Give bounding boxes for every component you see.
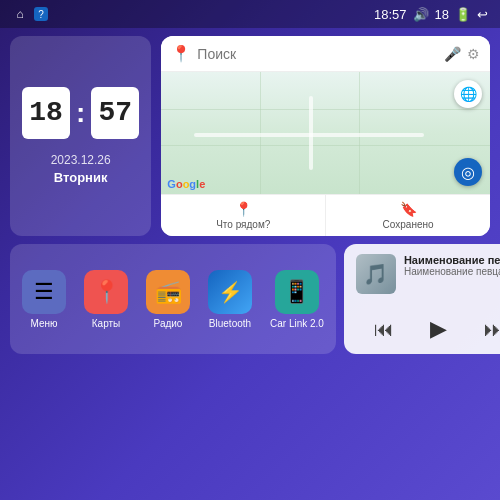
map-search-bar: 📍 🎤 ⚙ <box>161 36 490 72</box>
music-widget: 🎵 Наименование песни Наименование певца … <box>344 244 500 354</box>
map-search-input[interactable] <box>197 46 438 62</box>
clock-date: 2023.12.26 <box>51 151 111 170</box>
music-next-btn[interactable]: ⏭ <box>476 316 500 343</box>
music-prev-btn[interactable]: ⏮ <box>366 316 402 343</box>
map-widget: 📍 🎤 ⚙ 🌐 ◎ Goog <box>161 36 490 236</box>
maps-app-icon: 📍 <box>84 270 128 314</box>
app-item-radio[interactable]: 📻 Радио <box>146 270 190 329</box>
status-bar: ⌂ ? 18:57 🔊 18 🔋 ↩ <box>0 0 500 28</box>
battery-icon: 🔋 <box>455 7 471 22</box>
screen: ⌂ ? 18:57 🔊 18 🔋 ↩ 18 : 57 2023.12.26 Вт… <box>0 0 500 500</box>
volume-icon: 🔊 <box>413 7 429 22</box>
nearby-label: Что рядом? <box>216 219 270 230</box>
clock-minutes: 57 <box>91 87 139 139</box>
mic-icon[interactable]: 🎤 <box>444 46 461 62</box>
music-play-btn[interactable]: ▶ <box>422 314 455 344</box>
top-row: 18 : 57 2023.12.26 Вторник 📍 🎤 ⚙ <box>10 36 490 236</box>
music-art: 🎵 <box>356 254 396 294</box>
status-time: 18:57 <box>374 7 407 22</box>
battery-level: 18 <box>435 7 449 22</box>
status-right-info: 18:57 🔊 18 🔋 ↩ <box>374 7 488 22</box>
google-logo: Google <box>167 178 205 190</box>
clock-colon: : <box>76 97 85 129</box>
app-item-bluetooth[interactable]: ⚡ Bluetooth <box>208 270 252 329</box>
home-icon[interactable]: ⌂ <box>12 6 28 22</box>
menu-app-icon: ☰ <box>22 270 66 314</box>
status-left-icons: ⌂ ? <box>12 6 48 22</box>
carlink-app-icon: 📱 <box>275 270 319 314</box>
saved-label: Сохранено <box>383 219 434 230</box>
map-area: 🌐 ◎ Google <box>161 72 490 194</box>
app-item-carlink[interactable]: 📱 Car Link 2.0 <box>270 270 324 329</box>
map-location-btn[interactable]: ◎ <box>454 158 482 186</box>
back-icon[interactable]: ↩ <box>477 7 488 22</box>
maps-app-label: Карты <box>92 318 121 329</box>
clock-hours: 18 <box>22 87 70 139</box>
music-artist: Наименование певца <box>404 266 500 277</box>
radio-app-icon: 📻 <box>146 270 190 314</box>
clock-weekday: Вторник <box>54 170 108 185</box>
map-bottom-bar: 📍 Что рядом? 🔖 Сохранено <box>161 194 490 236</box>
map-saved-btn[interactable]: 🔖 Сохранено <box>326 195 490 236</box>
app-item-menu[interactable]: ☰ Меню <box>22 270 66 329</box>
clock-display: 18 : 57 <box>22 87 139 139</box>
map-nearby-btn[interactable]: 📍 Что рядом? <box>161 195 326 236</box>
carlink-app-label: Car Link 2.0 <box>270 318 324 329</box>
app-item-maps[interactable]: 📍 Карты <box>84 270 128 329</box>
clock-widget: 18 : 57 2023.12.26 Вторник <box>10 36 151 236</box>
settings-icon[interactable]: ⚙ <box>467 46 480 62</box>
map-zoom-globe-btn[interactable]: 🌐 <box>454 80 482 108</box>
bluetooth-app-icon: ⚡ <box>208 270 252 314</box>
map-pin-icon: 📍 <box>171 44 191 63</box>
menu-app-label: Меню <box>30 318 57 329</box>
bluetooth-app-label: Bluetooth <box>209 318 251 329</box>
saved-icon: 🔖 <box>400 201 417 217</box>
radio-app-label: Радио <box>154 318 183 329</box>
music-title: Наименование песни <box>404 254 500 266</box>
main-area: 18 : 57 2023.12.26 Вторник 📍 🎤 ⚙ <box>0 28 500 500</box>
question-icon[interactable]: ? <box>34 7 48 21</box>
music-controls: ⏮ ▶ ⏭ <box>356 314 500 344</box>
music-info: Наименование песни Наименование певца <box>404 254 500 277</box>
bottom-row: ☰ Меню 📍 Карты 📻 Радио ⚡ Bluetooth 📱 <box>10 244 490 354</box>
apps-widget: ☰ Меню 📍 Карты 📻 Радио ⚡ Bluetooth 📱 <box>10 244 336 354</box>
nearby-icon: 📍 <box>235 201 252 217</box>
music-top: 🎵 Наименование песни Наименование певца <box>356 254 500 294</box>
